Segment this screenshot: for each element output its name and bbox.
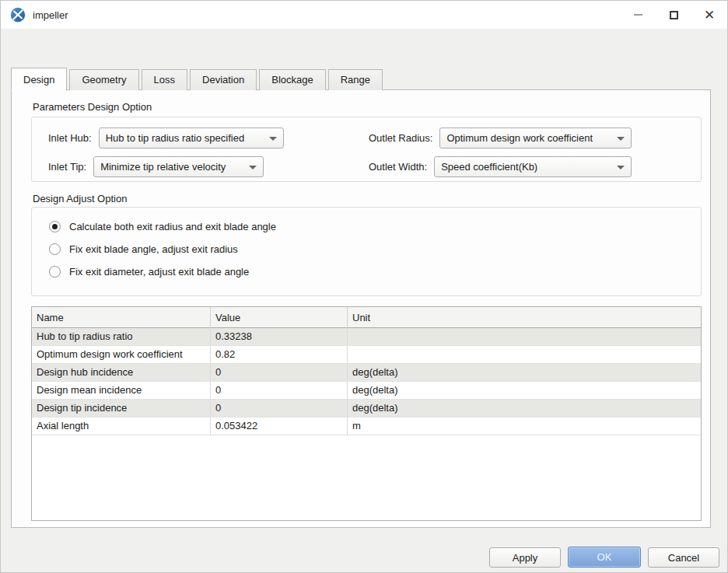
table-row[interactable]: Hub to tip radius ratio 0.33238 <box>32 328 701 346</box>
cancel-button[interactable]: Cancel <box>648 547 719 568</box>
table-row[interactable]: Optimum design work coefficient 0.82 <box>32 346 701 364</box>
radio-button-icon[interactable] <box>49 243 61 255</box>
radio-option-label: Fix exit blade angle, adjust exit radius <box>69 243 238 255</box>
parameter-field: Inlet Tip: Minimize tip relative velocit… <box>32 156 366 177</box>
impeller-dialog-window: impeller ✕ Design Geometry Loss Deviatio… <box>0 0 728 573</box>
cell-unit: deg(delta) <box>348 382 701 399</box>
adjust-option-radio[interactable]: Fix exit blade angle, adjust exit radius <box>49 243 701 255</box>
dropdown-selected-value: Minimize tip relative velocity <box>100 161 226 173</box>
parameter-dropdown[interactable]: Optimum design work coefficient <box>439 128 632 148</box>
table-row[interactable]: Design mean incidence 0 deg(delta) <box>32 382 701 400</box>
table-row[interactable]: Axial length 0.053422 m <box>32 418 701 435</box>
maximize-button[interactable] <box>656 1 691 29</box>
tab[interactable]: Range <box>328 69 383 90</box>
close-button[interactable]: ✕ <box>691 1 727 29</box>
parameters-design-option-group: Inlet Hub: Hub to tip radius ratio speci… <box>31 117 702 182</box>
cell-unit <box>348 346 701 363</box>
cell-unit: m <box>348 418 701 435</box>
column-header-unit: Unit <box>348 307 701 328</box>
cell-value[interactable]: 0 <box>211 382 348 399</box>
cell-name: Axial length <box>32 418 211 435</box>
cell-name: Design hub incidence <box>32 364 211 381</box>
parameter-field-label: Inlet Tip: <box>48 161 86 173</box>
parameter-field-label: Inlet Hub: <box>48 132 92 144</box>
table-row[interactable]: Design tip incidence 0 deg(delta) <box>32 400 701 418</box>
parameter-field-label: Outlet Radius: <box>369 132 432 144</box>
adjust-option-radio[interactable]: Fix exit diameter, adjust exit blade ang… <box>49 266 701 278</box>
parameter-field-label: Outlet Width: <box>369 161 427 173</box>
cell-value[interactable]: 0.053422 <box>211 418 348 435</box>
parameter-field: Outlet Width: Speed coefficient(Kb) <box>366 156 701 177</box>
cell-unit: deg(delta) <box>348 364 701 381</box>
design-tab-panel: Parameters Design Option Inlet Hub: Hub … <box>11 89 711 528</box>
cell-value[interactable]: 0.82 <box>211 346 348 363</box>
cell-name: Optimum design work coefficient <box>32 346 211 363</box>
design-adjust-option-title: Design Adjust Option <box>33 193 127 204</box>
close-icon: ✕ <box>704 9 715 22</box>
tab[interactable]: Geometry <box>69 69 138 90</box>
design-adjust-option-group: Calculate both exit radius and exit blad… <box>31 207 702 296</box>
impeller-logo-icon <box>10 7 26 23</box>
adjust-option-radio[interactable]: Calculate both exit radius and exit blad… <box>49 221 701 232</box>
cell-value[interactable]: 0 <box>211 364 348 381</box>
dropdown-selected-value: Speed coefficient(Kb) <box>441 161 537 173</box>
chevron-down-icon <box>269 137 277 141</box>
footer-button-row: Apply OK Cancel <box>489 547 719 568</box>
column-header-name: Name <box>32 307 211 328</box>
minimize-icon <box>634 14 642 16</box>
cell-name: Design mean incidence <box>32 382 211 399</box>
chevron-down-icon <box>617 166 625 169</box>
cell-unit <box>348 328 701 345</box>
tab[interactable]: Loss <box>142 69 187 90</box>
radio-option-label: Fix exit diameter, adjust exit blade ang… <box>69 266 249 278</box>
table-header-row: Name Value Unit <box>32 307 701 328</box>
tab[interactable]: Deviation <box>190 69 257 90</box>
parameter-dropdown[interactable]: Speed coefficient(Kb) <box>434 156 632 177</box>
parameter-table: Name Value Unit Hub to tip radius ratio … <box>31 306 702 521</box>
column-header-value: Value <box>211 307 348 328</box>
titlebar[interactable]: impeller ✕ <box>1 1 727 29</box>
dropdown-selected-value: Optimum design work coefficient <box>446 132 593 144</box>
window-title: impeller <box>33 9 68 21</box>
parameter-field: Inlet Hub: Hub to tip radius ratio speci… <box>32 128 366 148</box>
tab[interactable]: Design <box>11 68 67 91</box>
parameters-design-option-title: Parameters Design Option <box>33 101 152 113</box>
table-row[interactable]: Design hub incidence 0 deg(delta) <box>32 364 701 382</box>
cell-value[interactable]: 0.33238 <box>211 328 348 345</box>
chevron-down-icon <box>249 166 257 169</box>
apply-button[interactable]: Apply <box>489 547 561 568</box>
ok-button[interactable]: OK <box>568 547 641 568</box>
radio-button-icon[interactable] <box>49 266 61 278</box>
dropdown-selected-value: Hub to tip radius ratio specified <box>106 132 244 144</box>
cell-name: Design tip incidence <box>32 400 211 417</box>
maximize-icon <box>670 11 678 19</box>
parameter-dropdown[interactable]: Hub to tip radius ratio specified <box>99 128 284 148</box>
parameter-dropdown[interactable]: Minimize tip relative velocity <box>93 156 264 177</box>
minimize-button[interactable] <box>620 1 656 29</box>
chevron-down-icon <box>617 137 625 141</box>
radio-button-icon[interactable] <box>49 221 61 232</box>
cell-value[interactable]: 0 <box>211 400 348 417</box>
tab-bar: Design Geometry Loss Deviation Blockage … <box>11 67 385 90</box>
radio-option-label: Calculate both exit radius and exit blad… <box>69 221 276 232</box>
tab[interactable]: Blockage <box>259 69 325 90</box>
cell-unit: deg(delta) <box>348 400 701 417</box>
cell-name: Hub to tip radius ratio <box>32 328 211 345</box>
parameter-field: Outlet Radius: Optimum design work coeff… <box>366 128 701 148</box>
